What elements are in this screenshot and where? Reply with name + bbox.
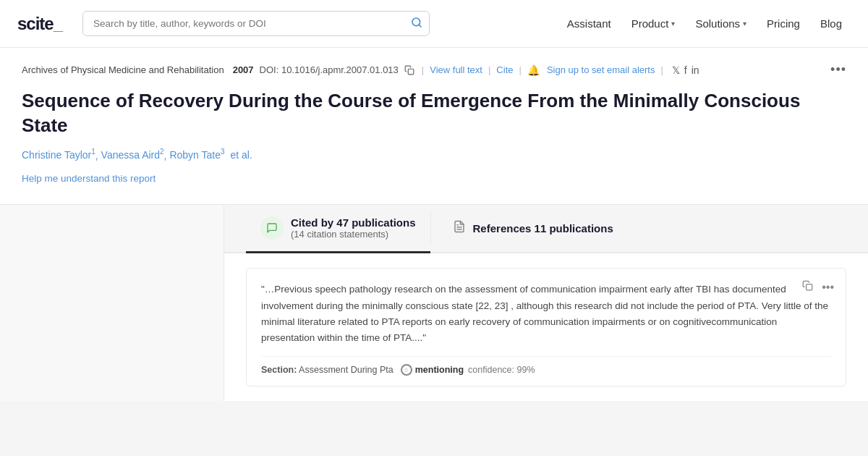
article-title: Sequence of Recovery During the Course o… [22,89,846,138]
author-2-sup: 2 [160,148,164,156]
author-1-sup: 1 [91,148,95,156]
references-icon [453,220,466,237]
citations-content: ••• "…Previous speech pathology research… [224,253,868,401]
facebook-icon[interactable]: f [684,64,687,76]
tab-cited-by[interactable]: Cited by 47 publications (14 citation st… [246,205,430,253]
nav-links: Assistant Product ▾ Solutions ▾ Pricing … [558,12,851,35]
article-meta: Archives of Physical Medicine and Rehabi… [22,62,846,77]
separator-1: | [422,64,424,75]
badge-type: mentioning [415,365,464,375]
citation-footer: Section: Assessment During Pta ○ mention… [261,356,831,376]
svg-rect-5 [807,284,812,290]
bell-icon: 🔔 [527,64,540,76]
citation-text: "…Previous speech pathology research on … [261,282,831,346]
more-options-icon[interactable]: ••• [830,62,846,77]
more-citation-options-button[interactable]: ••• [820,279,835,295]
citation-card: ••• "…Previous speech pathology research… [246,268,846,387]
journal-name: Archives of Physical Medicine and Rehabi… [22,64,224,75]
references-label: References 11 publications [473,222,613,235]
cited-by-text: Cited by 47 publications (14 citation st… [291,216,416,240]
author-3-sup: 3 [221,148,225,156]
mentioning-icon: ○ [401,364,412,376]
left-sidebar [0,205,224,401]
help-understand-link[interactable]: Help me understand this report [22,173,156,184]
badge-confidence: confidence: 99% [468,365,535,375]
linkedin-icon[interactable]: in [692,64,699,76]
cite-link[interactable]: Cite [496,64,513,75]
svg-rect-2 [408,69,414,75]
author-2[interactable]: Vanessa Aird2 [101,149,164,161]
copy-citation-button[interactable] [801,279,814,295]
twitter-icon[interactable]: 𝕏 [672,64,680,76]
product-chevron-icon: ▾ [671,20,675,28]
tabs-row: Cited by 47 publications (14 citation st… [224,205,868,253]
article-header: Archives of Physical Medicine and Rehabi… [0,48,868,205]
author-1[interactable]: Christine Taylor1 [22,149,95,161]
author-3[interactable]: Robyn Tate3 [169,149,224,161]
logo[interactable]: scite_ [17,14,62,34]
sign-up-alert-link[interactable]: Sign up to set email alerts [547,64,655,75]
content-main: Cited by 47 publications (14 citation st… [224,205,868,401]
tab-references[interactable]: References 11 publications [431,205,635,252]
cited-by-main: Cited by 47 publications [291,216,416,229]
view-full-text-link[interactable]: View full text [430,64,482,75]
nav-solutions[interactable]: Solutions ▾ [686,12,755,35]
social-share: 𝕏 f in [672,64,699,76]
nav-pricing[interactable]: Pricing [758,12,809,35]
cited-by-sub: (14 citation statements) [291,229,416,240]
copy-doi-button[interactable] [404,65,414,75]
search-button[interactable] [411,17,422,31]
nav-product[interactable]: Product ▾ [623,12,684,35]
search-wrapper [82,11,430,36]
article-authors: Christine Taylor1, Vanessa Aird2, Robyn … [22,148,846,161]
nav-blog[interactable]: Blog [812,12,851,35]
content-area: Cited by 47 publications (14 citation st… [0,205,868,401]
separator-2: | [488,64,490,75]
separator-3: | [519,64,521,75]
doi: DOI: 10.1016/j.apmr.2007.01.013 [260,64,399,75]
search-input[interactable] [82,11,430,36]
cited-by-icon [260,216,284,240]
mentioning-badge: ○ mentioning confidence: 99% [401,364,535,376]
citation-card-actions: ••• [801,279,835,295]
nav-assistant[interactable]: Assistant [558,12,620,35]
publication-year: 2007 [233,64,254,75]
solutions-chevron-icon: ▾ [743,20,746,28]
separator-4: | [660,64,663,75]
et-al-link[interactable]: et al. [230,149,252,161]
navbar: scite_ Assistant Product ▾ Solutions ▾ P… [0,0,868,48]
section-label: Section: Assessment During Pta [261,365,393,375]
svg-line-1 [419,25,421,27]
